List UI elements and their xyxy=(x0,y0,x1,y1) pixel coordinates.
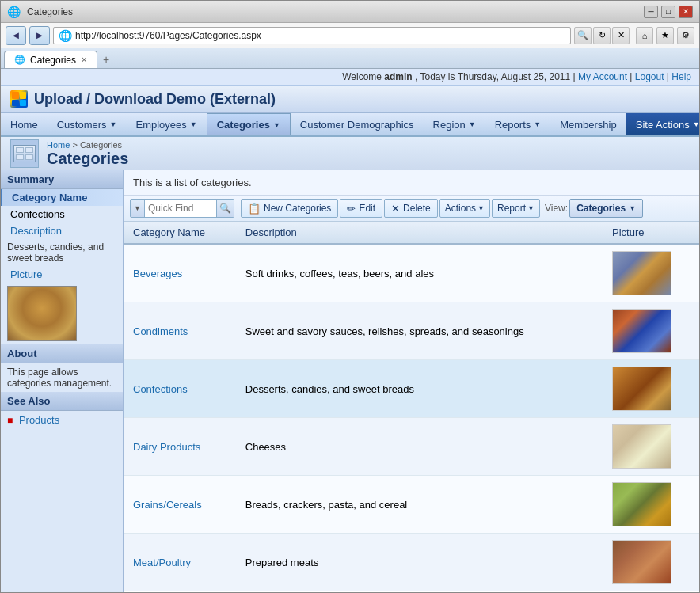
quick-find-input[interactable] xyxy=(145,203,216,214)
forward-button[interactable]: ► xyxy=(29,26,50,45)
help-link[interactable]: Help xyxy=(671,71,691,82)
cell-name: Beverages xyxy=(124,244,236,302)
cell-picture xyxy=(603,360,699,418)
nav-customers[interactable]: Customers ▼ xyxy=(48,113,127,135)
logo-sq-1 xyxy=(12,92,19,99)
cell-name: Confections xyxy=(124,360,236,418)
stop-button[interactable]: ✕ xyxy=(612,27,630,44)
browser-window: 🌐 Categories ─ □ ✕ ◄ ► 🌐 http://localhos… xyxy=(0,0,700,593)
nav-membership[interactable]: Membership xyxy=(550,113,626,135)
refresh-button[interactable]: ↻ xyxy=(593,27,611,44)
table-row: Confections Desserts, candies, and sweet… xyxy=(124,360,699,418)
welcome-text: Welcome xyxy=(342,71,382,82)
chevron-down-icon: ▼ xyxy=(273,121,280,129)
sidebar-item-category-name[interactable]: Category Name xyxy=(1,189,123,206)
icon-sq-1 xyxy=(16,147,24,153)
new-categories-button[interactable]: 📋 New Categories xyxy=(241,199,338,218)
address-field[interactable]: 🌐 http://localhost:9760/Pages/Categories… xyxy=(53,27,571,44)
category-name-link[interactable]: Confections xyxy=(133,383,188,395)
app-logo xyxy=(10,90,28,108)
nav-reports[interactable]: Reports ▼ xyxy=(485,113,550,135)
sidebar-about-title[interactable]: About xyxy=(1,344,123,363)
delete-icon: ✕ xyxy=(391,203,400,215)
category-image xyxy=(612,367,671,411)
tab-close-button[interactable]: ✕ xyxy=(81,55,87,64)
nav-employees[interactable]: Employees ▼ xyxy=(126,113,206,135)
page-header: Home > Categories Categories xyxy=(1,137,699,170)
main-content[interactable]: This is a list of categories. ▼ 🔍 📋 New … xyxy=(124,170,699,593)
sidebar: Summary Category Name Confections Descri… xyxy=(1,170,124,593)
sidebar-picture-label[interactable]: Picture xyxy=(1,266,123,283)
nav-bar: Home Customers ▼ Employees ▼ Categories … xyxy=(1,113,699,137)
favorites-icon[interactable]: ★ xyxy=(656,27,674,44)
sidebar-see-also-item[interactable]: ■ Products xyxy=(1,411,123,429)
sidebar-products-link[interactable]: Products xyxy=(19,414,59,426)
maximize-button[interactable]: □ xyxy=(661,6,675,18)
nav-customer-demographics[interactable]: Customer Demographics xyxy=(291,113,424,135)
quickfind-search-button[interactable]: 🔍 xyxy=(216,200,234,217)
sidebar-category-name-label: Category Name xyxy=(12,192,87,203)
chevron-down-icon: ▼ xyxy=(190,120,197,128)
active-tab[interactable]: 🌐 Categories ✕ xyxy=(4,51,97,68)
chevron-down-icon: ▼ xyxy=(469,120,476,128)
category-name-link[interactable]: Condiments xyxy=(133,325,188,337)
page-icon xyxy=(10,139,39,168)
actions-label: Actions xyxy=(445,203,476,214)
nav-categories[interactable]: Categories ▼ xyxy=(207,113,291,135)
settings-icon[interactable]: ⚙ xyxy=(677,27,694,44)
minimize-button[interactable]: ─ xyxy=(644,6,658,18)
nav-site-actions[interactable]: Site Actions ▼ xyxy=(626,113,699,135)
quick-find-wrap: ▼ 🔍 xyxy=(130,199,234,218)
my-account-link[interactable]: My Account xyxy=(578,71,627,82)
table-row: Beverages Soft drinks, coffees, teas, be… xyxy=(124,244,699,302)
category-image xyxy=(612,424,671,469)
breadcrumb-home[interactable]: Home xyxy=(47,140,70,150)
app-header: Upload / Download Demo (External) xyxy=(1,86,699,113)
edit-label: Edit xyxy=(359,203,375,214)
close-button[interactable]: ✕ xyxy=(679,6,693,18)
img-grains-img xyxy=(613,483,671,526)
sidebar-category-name-value: Confections xyxy=(1,206,123,222)
search-icon[interactable]: 🔍 xyxy=(574,27,592,44)
cell-name: Grains/Cereals xyxy=(124,476,236,534)
back-button[interactable]: ◄ xyxy=(6,26,26,45)
category-name-link[interactable]: Beverages xyxy=(133,268,182,279)
img-confections-img xyxy=(613,367,671,410)
cell-picture xyxy=(603,302,699,360)
img-condiments-img xyxy=(613,310,671,352)
sidebar-description-label[interactable]: Description xyxy=(1,222,123,239)
cell-name: Condiments xyxy=(124,302,236,360)
new-tab-button[interactable]: + xyxy=(97,51,115,68)
category-name-link[interactable]: Grains/Cereals xyxy=(133,499,202,511)
new-categories-label: New Categories xyxy=(264,203,331,214)
address-text: http://localhost:9760/Pages/Categories.a… xyxy=(75,30,261,41)
report-dropdown[interactable]: Report ▼ xyxy=(492,199,540,218)
view-arrow-icon: ▼ xyxy=(629,204,636,212)
category-name-link[interactable]: Meat/Poultry xyxy=(133,557,191,568)
categories-table: Category Name Description Picture Bevera… xyxy=(124,222,699,591)
table-row: Dairy Products Cheeses xyxy=(124,418,699,476)
address-icons: 🔍 ↻ ✕ xyxy=(574,27,630,44)
tab-bar: 🌐 Categories ✕ + xyxy=(1,48,699,69)
cell-picture xyxy=(603,476,699,534)
delete-button[interactable]: ✕ Delete xyxy=(384,199,438,218)
sidebar-summary-title[interactable]: Summary xyxy=(1,170,123,189)
report-arrow-icon: ▼ xyxy=(527,204,535,212)
tab-label: Categories xyxy=(30,55,76,66)
nav-home[interactable]: Home xyxy=(1,113,48,135)
actions-arrow-icon: ▼ xyxy=(477,204,485,212)
edit-button[interactable]: ✏ Edit xyxy=(340,199,382,218)
category-name-link[interactable]: Dairy Products xyxy=(133,441,200,453)
cell-description: Desserts, candies, and sweet breads xyxy=(236,360,603,418)
home-icon[interactable]: ⌂ xyxy=(636,27,653,44)
sidebar-see-also-title[interactable]: See Also xyxy=(1,392,123,411)
quickfind-dropdown-button[interactable]: ▼ xyxy=(131,200,145,217)
view-dropdown[interactable]: Categories ▼ xyxy=(569,199,643,218)
category-image xyxy=(612,251,671,295)
actions-dropdown[interactable]: Actions ▼ xyxy=(439,199,490,218)
cell-name: Dairy Products xyxy=(124,418,236,476)
nav-region[interactable]: Region ▼ xyxy=(424,113,485,135)
logout-link[interactable]: Logout xyxy=(635,71,664,82)
table-row: Meat/Poultry Prepared meats xyxy=(124,534,699,591)
view-value: Categories xyxy=(576,203,626,214)
